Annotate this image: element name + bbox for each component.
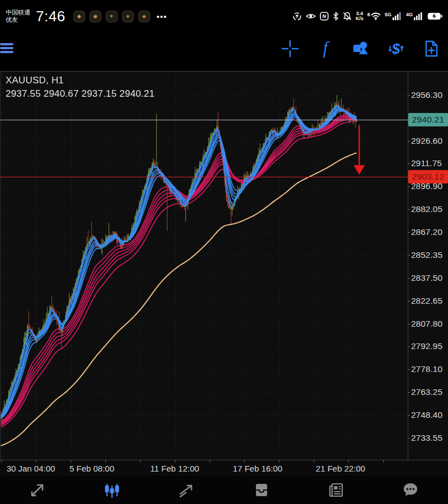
price-axis-label: 2792.95 [411,341,442,351]
price-axis-label: 2807.80 [411,319,442,329]
trade-dollar-icon[interactable]: $ [386,39,406,59]
bluetooth-icon [333,12,339,21]
time-axis-label: 11 Feb 12:00 [150,464,199,473]
signal-bars-icon [414,12,423,20]
nav-quotes[interactable] [21,478,54,502]
sim2-network-type: 4G [406,12,413,17]
price-axis-label: 2763.25 [411,387,442,397]
symbol-timeframe-label: XAUUSD, H1 [6,75,155,86]
news-icon [326,481,346,500]
nfc-icon: N [320,12,329,21]
notification-app-icons: ◆◉✦●◈ [73,11,150,22]
data-saver-icon [292,12,302,21]
current-price-tag: 2940.21 [408,113,448,126]
carrier-line2: 优友 [6,16,30,23]
time-axis-label: 17 Feb 16:00 [233,464,282,473]
crosshair-icon[interactable] [280,39,300,59]
time-axis-label: 5 Feb 08:00 [69,464,114,473]
time-axis-tick [36,460,36,463]
nav-messages[interactable] [394,478,427,502]
signal-bars-icon [393,12,402,20]
price-axis-label: 2778.10 [411,364,442,374]
function-icon[interactable]: f [315,39,335,59]
time-axis-tick [175,460,175,463]
more-notifications-icon: ••• [157,12,167,21]
nav-history[interactable] [245,478,278,502]
objects-icon[interactable] [351,39,371,59]
status-bar: 中国联通 优友 7:46 ◆◉✦●◈ ••• N [0,0,448,30]
app-notification-icon: ✦ [106,11,118,22]
menu-icon[interactable] [0,41,15,56]
mute-icon [343,12,352,21]
nav-trade[interactable] [170,478,203,502]
wifi-indicator: 6 [367,12,381,20]
svg-text:$: $ [391,40,400,57]
svg-text:N: N [323,13,326,19]
price-axis-label: 2837.50 [411,273,442,283]
clock: 7:46 [36,8,66,25]
nav-news[interactable] [319,478,353,502]
time-axis-tick [348,460,349,463]
sim1-signal: 5G [385,12,402,20]
trade-icon [177,481,196,500]
time-axis-tick [244,460,245,463]
time-axis-tick [140,460,141,463]
quotes-icon [28,481,47,500]
nav-charts[interactable] [95,478,129,502]
time-axis-tick [71,460,71,463]
time-axis-label: 21 Feb 22:00 [316,464,365,473]
wifi-count-badge: 6 [367,12,370,17]
time-axis-tick [209,460,210,463]
app-notification-icon: ◈ [138,11,150,22]
time-axis-tick [314,460,314,463]
battery-charging-icon [427,12,442,20]
ohlc-values: 2937.55 2940.67 2937.15 2940.21 [6,88,155,100]
app-notification-icon: ◆ [73,11,85,22]
chart-toolbar: f $ [0,30,448,67]
chart-header: XAUUSD, H1 2937.55 2940.67 2937.15 2940.… [6,75,155,100]
price-axis-label: 2867.20 [411,227,442,237]
carrier-label: 中国联通 优友 [6,9,30,23]
candlestick-chart-canvas[interactable] [1,72,408,460]
target-price-tag: 2903.12 [408,170,448,183]
price-axis-label: 2956.30 [411,90,442,100]
chart-icon [102,481,122,500]
time-axis-tick [383,460,384,463]
svg-text:f: f [323,39,330,58]
time-axis: 30 Jan 04:005 Feb 08:0011 Feb 12:0017 Fe… [0,460,448,475]
price-axis-label: 2852.35 [411,250,442,260]
time-axis-tick [105,460,106,463]
price-axis-label: 2748.40 [411,410,442,420]
price-axis-line [408,72,408,460]
app-notification-icon: ● [122,11,134,22]
price-axis-label: 2911.75 [411,158,442,168]
time-axis-tick [279,460,279,463]
status-right-cluster: N 3.4 K/s 6 [292,11,442,21]
carrier-line1: 中国联通 [6,9,30,16]
network-speed: 3.4 K/s [356,11,363,21]
history-icon [252,481,271,500]
new-order-icon[interactable] [421,39,441,59]
eye-icon [306,12,316,20]
price-axis-label: 2822.65 [411,296,442,306]
trading-app: 中国联通 优友 7:46 ◆◉✦●◈ ••• N [0,0,448,504]
price-axis-label: 2733.55 [411,433,442,443]
time-axis-tick [1,460,2,463]
price-axis-label: 2882.05 [411,204,442,214]
chart-area: XAUUSD, H1 2937.55 2940.67 2937.15 2940.… [0,71,448,460]
wifi-icon [371,12,381,20]
sim1-network-type: 5G [385,12,391,17]
app-notification-icon: ◉ [90,11,101,22]
sim2-signal: 4G [406,12,423,20]
messages-icon [401,481,420,500]
price-axis-label: 2926.60 [411,136,442,146]
bottom-navigation [0,475,448,504]
time-axis-label: 30 Jan 04:00 [7,464,55,473]
